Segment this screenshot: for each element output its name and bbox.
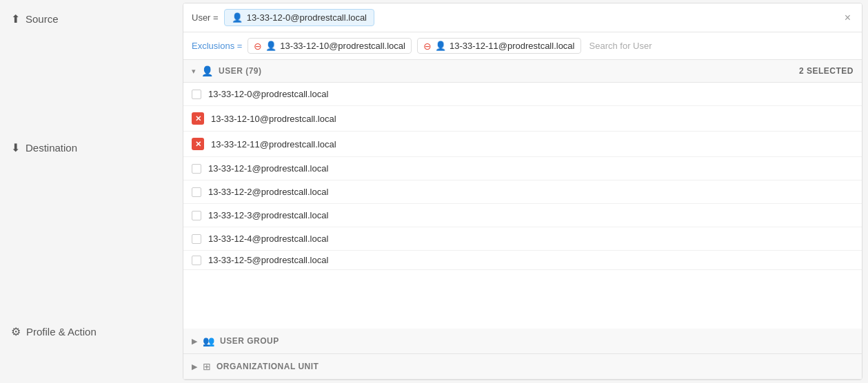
user-group-icon: 👥: [203, 335, 214, 346]
sidebar: ⬆ Source ⬇ Destination ⚙ Profile & Actio…: [0, 0, 183, 383]
user-email-0: 13-33-12-0@prodrestcall.local: [208, 89, 328, 99]
exclusions-label: Exclusions =: [192, 41, 242, 51]
sidebar-item-source[interactable]: ⬆ Source: [0, 3, 183, 35]
exclusion-user-icon-1: 👤: [435, 41, 446, 51]
org-unit-title: ORGANIZATIONAL UNIT: [216, 362, 319, 371]
source-icon: ⬆: [11, 12, 20, 25]
org-unit-icon: ⊞: [203, 361, 211, 372]
user-email-6: 13-33-12-4@prodrestcall.local: [208, 234, 328, 244]
checkbox-5[interactable]: [192, 211, 201, 220]
user-row-0[interactable]: 13-33-12-0@prodrestcall.local: [183, 83, 862, 106]
sidebar-item-profile[interactable]: ⚙ Profile & Action: [0, 315, 183, 348]
user-section-title: USER (79): [219, 66, 262, 76]
checkbox-0[interactable]: [192, 90, 201, 99]
user-row-2[interactable]: ✕ 13-33-12-11@prodrestcall.local: [183, 132, 862, 157]
destination-icon: ⬇: [11, 141, 20, 154]
sidebar-source-label: Source: [26, 13, 59, 25]
user-group-section[interactable]: ▶ 👥 USER GROUP: [183, 329, 862, 354]
exclusion-tag-1[interactable]: ⊖ 👤 13-33-12-11@prodrestcall.local: [417, 38, 581, 54]
user-tag[interactable]: 👤 13-33-12-0@prodrestcall.local: [224, 9, 374, 26]
exclusion-user-icon-0: 👤: [265, 41, 276, 51]
user-email-5: 13-33-12-3@prodrestcall.local: [208, 210, 328, 220]
main-panel: User = 👤 13-33-12-0@prodrestcall.local ×…: [183, 3, 862, 380]
search-placeholder[interactable]: Search for User: [589, 41, 652, 51]
user-email-3: 13-33-12-1@prodrestcall.local: [208, 163, 328, 174]
user-row-7[interactable]: 13-33-12-5@prodrestcall.local: [183, 251, 862, 270]
exclusions-row: Exclusions = ⊖ 👤 13-33-12-10@prodrestcal…: [183, 32, 862, 60]
sidebar-item-destination[interactable]: ⬇ Destination: [0, 132, 183, 164]
exclusion-email-0: 13-33-12-10@prodrestcall.local: [280, 41, 405, 51]
user-section-icon: 👤: [201, 65, 213, 76]
excluded-icon-2[interactable]: ✕: [192, 138, 204, 150]
checkbox-6[interactable]: [192, 234, 201, 244]
exclusion-tag-0[interactable]: ⊖ 👤 13-33-12-10@prodrestcall.local: [248, 38, 412, 54]
user-section-chevron[interactable]: ▾: [192, 67, 196, 76]
user-email-2: 13-33-12-11@prodrestcall.local: [211, 139, 336, 149]
remove-icon-1[interactable]: ⊖: [423, 41, 432, 51]
excluded-icon-1[interactable]: ✕: [192, 112, 204, 125]
checkbox-4[interactable]: [192, 187, 201, 197]
user-email-1: 13-33-12-10@prodrestcall.local: [211, 114, 336, 124]
user-group-chevron[interactable]: ▶: [192, 337, 197, 346]
org-unit-section[interactable]: ▶ ⊞ ORGANIZATIONAL UNIT: [183, 354, 862, 380]
org-unit-chevron[interactable]: ▶: [192, 362, 197, 371]
user-row-5[interactable]: 13-33-12-3@prodrestcall.local: [183, 204, 862, 227]
close-button[interactable]: ×: [842, 12, 854, 23]
sidebar-profile-label: Profile & Action: [26, 326, 97, 338]
user-email-7: 13-33-12-5@prodrestcall.local: [208, 255, 328, 265]
header-row: User = 👤 13-33-12-0@prodrestcall.local ×: [183, 3, 862, 32]
checkbox-3[interactable]: [192, 164, 201, 174]
user-group-title: USER GROUP: [220, 336, 279, 346]
user-tag-value: 13-33-12-0@prodrestcall.local: [247, 12, 367, 23]
user-row-6[interactable]: 13-33-12-4@prodrestcall.local: [183, 227, 862, 251]
exclusion-email-1: 13-33-12-11@prodrestcall.local: [450, 41, 575, 51]
remove-icon-0[interactable]: ⊖: [254, 41, 262, 51]
user-list: 13-33-12-0@prodrestcall.local ✕ 13-33-12…: [183, 83, 862, 329]
profile-icon: ⚙: [11, 325, 21, 338]
selected-count: 2 SELECTED: [799, 66, 854, 76]
user-row-3[interactable]: 13-33-12-1@prodrestcall.local: [183, 157, 862, 180]
user-tag-icon: 👤: [232, 12, 243, 23]
user-email-4: 13-33-12-2@prodrestcall.local: [208, 187, 328, 197]
user-label: User =: [192, 12, 219, 23]
user-row-1[interactable]: ✕ 13-33-12-10@prodrestcall.local: [183, 106, 862, 132]
user-row-4[interactable]: 13-33-12-2@prodrestcall.local: [183, 180, 862, 204]
sidebar-destination-label: Destination: [26, 142, 77, 154]
user-section-header: ▾ 👤 USER (79) 2 SELECTED: [183, 60, 862, 83]
checkbox-7[interactable]: [192, 256, 201, 265]
